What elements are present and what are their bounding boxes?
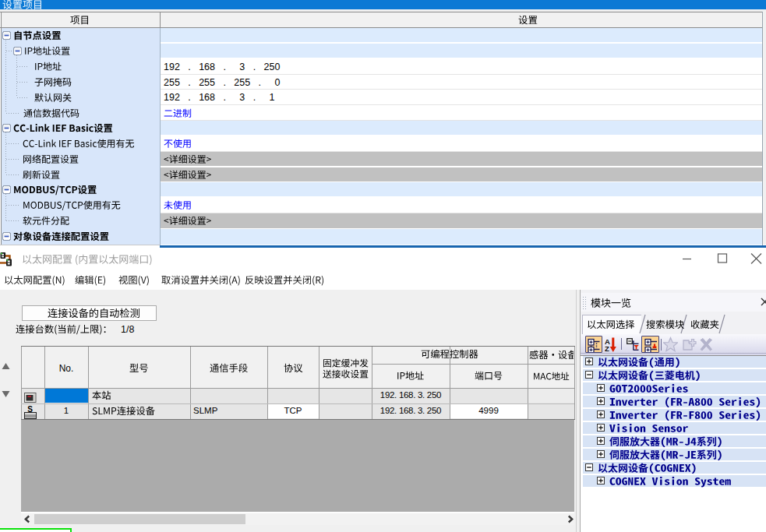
svg-text:Z: Z	[605, 344, 609, 353]
svg-text:S: S	[27, 405, 33, 414]
